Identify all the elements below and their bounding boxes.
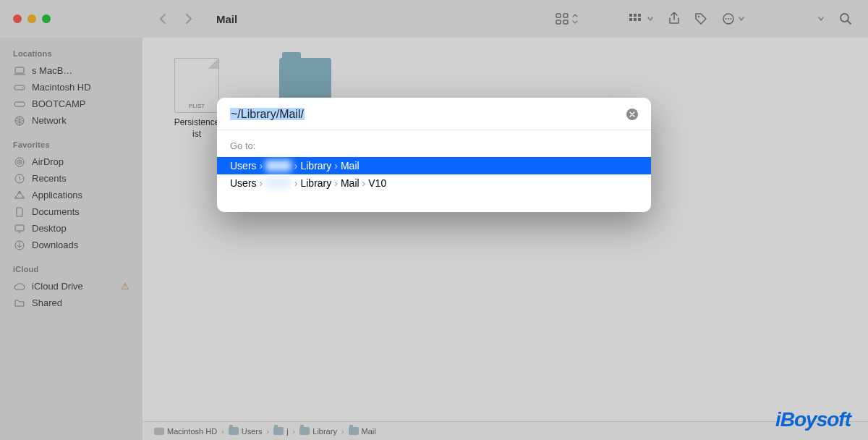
- folder-icon: [229, 427, 239, 435]
- clock-icon: [13, 174, 26, 184]
- result-row[interactable]: Users › › Library › Mail › V10: [217, 174, 651, 192]
- sidebar-item-airdrop[interactable]: AirDrop: [0, 153, 142, 170]
- svg-rect-6: [638, 14, 641, 17]
- svg-rect-1: [563, 14, 568, 17]
- doc-icon: [13, 207, 26, 217]
- svg-point-13: [728, 18, 729, 20]
- result-segment: Library: [300, 177, 331, 189]
- search-button[interactable]: [839, 12, 852, 25]
- sidebar-item-label: Recents: [32, 173, 67, 184]
- minimize-window-button[interactable]: [27, 14, 36, 23]
- svg-rect-17: [14, 85, 25, 90]
- sidebar-item-shared[interactable]: Shared: [0, 295, 142, 311]
- goto-label: Go to:: [217, 136, 651, 157]
- sidebar-item-macintosh-hd[interactable]: Macintosh HD: [0, 79, 142, 96]
- globe-icon: [13, 116, 26, 126]
- path-bar[interactable]: Macintosh HD › Users › j › Library › Mai…: [142, 421, 868, 440]
- sidebar-item-network[interactable]: Network: [0, 112, 142, 129]
- disk-icon: [13, 83, 26, 92]
- svg-rect-2: [556, 20, 561, 24]
- airdrop-icon: [13, 157, 26, 167]
- tags-button[interactable]: [694, 12, 707, 25]
- apps-icon: [13, 190, 26, 200]
- sidebar-item-icloud-drive[interactable]: iCloud Drive⚠: [0, 278, 142, 295]
- clear-button[interactable]: [626, 109, 638, 120]
- disk-icon: [13, 100, 26, 109]
- svg-rect-16: [15, 67, 24, 73]
- zoom-window-button[interactable]: [42, 14, 51, 23]
- result-row[interactable]: Users › › Library › Mail: [217, 157, 651, 174]
- path-segment[interactable]: Macintosh HD: [167, 427, 217, 436]
- watermark: iBoysoft: [775, 408, 851, 431]
- sidebar-section-locations: Locations: [0, 38, 142, 62]
- sidebar-section-icloud: iCloud: [0, 253, 142, 278]
- svg-point-12: [726, 18, 727, 20]
- forward-button[interactable]: [184, 12, 193, 25]
- sidebar-item-documents[interactable]: Documents: [0, 203, 142, 220]
- sidebar-item-label: Downloads: [32, 240, 78, 250]
- folder-icon: [273, 427, 284, 435]
- svg-rect-25: [15, 225, 24, 231]
- sidebar-item-applications[interactable]: Applications: [0, 187, 142, 203]
- path-input[interactable]: ~/Library/Mail/: [230, 108, 626, 121]
- sidebar-item-macbook[interactable]: s MacB…: [0, 62, 142, 79]
- file-grid[interactable]: PLIST Persistence ist: [142, 38, 868, 421]
- folder-icon: [13, 299, 26, 308]
- laptop-icon: [13, 67, 26, 75]
- sidebar-item-recents[interactable]: Recents: [0, 170, 142, 187]
- path-segment[interactable]: Mail: [362, 427, 376, 436]
- result-segment-blurred: [265, 160, 292, 172]
- sidebar-item-downloads[interactable]: Downloads: [0, 237, 142, 253]
- dropdown-chevron[interactable]: [817, 16, 825, 22]
- path-segment[interactable]: Library: [312, 427, 337, 436]
- sidebar-item-desktop[interactable]: Desktop: [0, 220, 142, 237]
- svg-rect-0: [556, 14, 561, 17]
- sidebar-item-bootcamp[interactable]: BOOTCAMP: [0, 96, 142, 112]
- file-thumb: PLIST: [174, 58, 219, 113]
- titlebar: Mail: [0, 0, 868, 38]
- group-by-button[interactable]: [629, 14, 654, 24]
- svg-rect-8: [634, 18, 637, 21]
- sidebar: Locations s MacB… Macintosh HD BOOTCAMP …: [0, 38, 142, 440]
- sidebar-item-label: Shared: [32, 297, 62, 308]
- back-button[interactable]: [158, 12, 167, 25]
- result-segment: Mail: [341, 160, 359, 172]
- share-button[interactable]: [668, 12, 680, 25]
- result-segment: Library: [300, 160, 331, 172]
- folder-icon: [349, 427, 359, 435]
- sidebar-item-label: iCloud Drive: [32, 281, 83, 292]
- disk-icon: [154, 428, 164, 435]
- svg-point-10: [698, 16, 699, 17]
- actions-button[interactable]: [722, 12, 745, 25]
- download-icon: [13, 240, 26, 250]
- result-segment: Users: [230, 160, 257, 172]
- view-mode-button[interactable]: [556, 13, 579, 25]
- svg-rect-7: [629, 18, 632, 21]
- window-title: Mail: [216, 13, 237, 25]
- sidebar-item-label: Applications: [32, 190, 82, 200]
- svg-rect-3: [563, 20, 568, 24]
- result-segment-blurred: [265, 177, 292, 189]
- svg-point-14: [731, 18, 732, 20]
- svg-rect-9: [638, 18, 641, 21]
- sidebar-item-label: AirDrop: [32, 156, 64, 167]
- svg-point-23: [19, 161, 20, 163]
- result-segment: Users: [230, 177, 257, 189]
- sidebar-item-label: s MacB…: [32, 65, 72, 76]
- sidebar-item-label: Network: [32, 115, 67, 126]
- path-segment[interactable]: j: [286, 427, 288, 436]
- svg-rect-19: [14, 102, 25, 106]
- warning-icon: ⚠: [121, 281, 129, 292]
- sidebar-item-label: Desktop: [32, 223, 67, 234]
- sidebar-item-label: Documents: [32, 206, 80, 217]
- folder-thumb: [279, 58, 331, 100]
- cloud-icon: [13, 282, 26, 291]
- traffic-lights: [13, 14, 51, 23]
- result-segment: Mail: [341, 177, 359, 189]
- path-segment[interactable]: Users: [242, 427, 263, 436]
- sidebar-section-favorites: Favorites: [0, 129, 142, 153]
- desktop-icon: [13, 224, 26, 233]
- go-to-folder-dialog: ~/Library/Mail/ Go to: Users › › Library…: [217, 98, 651, 212]
- svg-rect-5: [634, 14, 637, 17]
- close-window-button[interactable]: [13, 14, 22, 23]
